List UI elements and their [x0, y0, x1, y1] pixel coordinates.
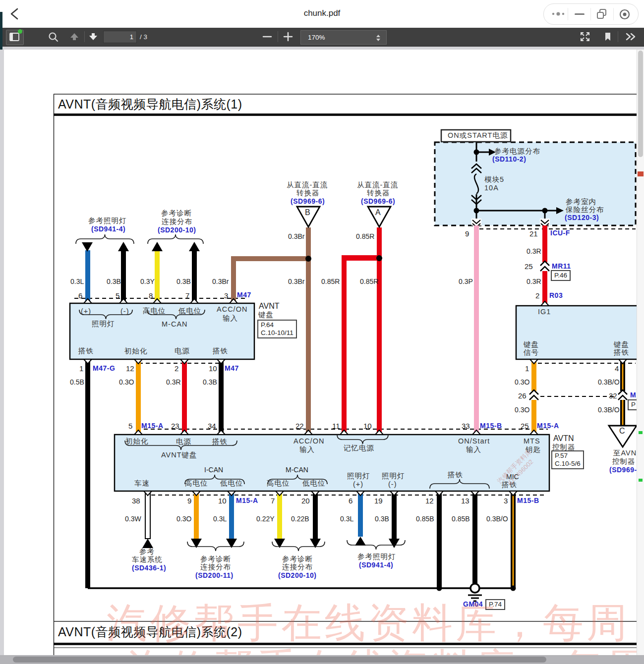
spinner-up-icon — [376, 35, 380, 37]
browser-capsule-buttons — [543, 3, 639, 25]
more-options-icon[interactable] — [551, 8, 567, 19]
divider — [590, 8, 591, 20]
previous-page-icon[interactable] — [68, 31, 80, 43]
pdf-page — [4, 50, 637, 664]
window-edge — [0, 12, 2, 50]
multitask-restore-icon[interactable] — [595, 8, 608, 21]
bookmark-icon[interactable] — [602, 31, 614, 43]
divider — [618, 31, 618, 42]
divider — [613, 8, 614, 20]
zoom-level-select[interactable]: 170% — [300, 30, 387, 45]
vertical-scrollbar[interactable] — [637, 50, 644, 664]
home-record-icon[interactable] — [618, 8, 631, 21]
scrollbar-marker-red — [638, 171, 644, 176]
pdf-viewer-window: 汽修帮手资料库ID:7496002 AVNT(音频视频导航电信)系统(1) AV… — [0, 0, 644, 664]
more-tools-icon[interactable] — [624, 31, 638, 43]
page-ref-box: P.46 — [551, 270, 571, 281]
divider — [568, 8, 568, 20]
horizontal-scrollbar[interactable] — [0, 655, 644, 664]
zoom-level-value: 170% — [308, 34, 325, 41]
fullscreen-icon[interactable] — [579, 31, 591, 43]
page-ref-box: P.64C.10-10/11 — [257, 320, 297, 338]
divider — [84, 31, 85, 42]
divider — [278, 31, 278, 42]
horizontal-scrollbar-thumb[interactable] — [13, 657, 546, 663]
vertical-scrollbar-thumb[interactable] — [638, 51, 643, 157]
search-icon[interactable] — [48, 31, 59, 43]
minimize-icon[interactable] — [575, 13, 585, 15]
scrollbar-marker-green — [639, 479, 643, 482]
page-total: / 3 — [140, 33, 147, 41]
next-page-icon[interactable] — [87, 31, 99, 43]
zoom-in-icon[interactable] — [281, 31, 295, 43]
pdf-toolbar: / 3 170% — [0, 28, 644, 47]
zoom-out-icon[interactable] — [260, 31, 275, 43]
page-ref-box: P.57C.10-5/6 — [551, 450, 584, 469]
spinner-down-icon — [376, 39, 380, 41]
sidebar-notification-dot — [18, 29, 22, 34]
page-number-input[interactable] — [103, 31, 137, 43]
browser-title-bar: chunk.pdf — [0, 0, 644, 28]
scrollbar-marker-green — [639, 431, 643, 434]
